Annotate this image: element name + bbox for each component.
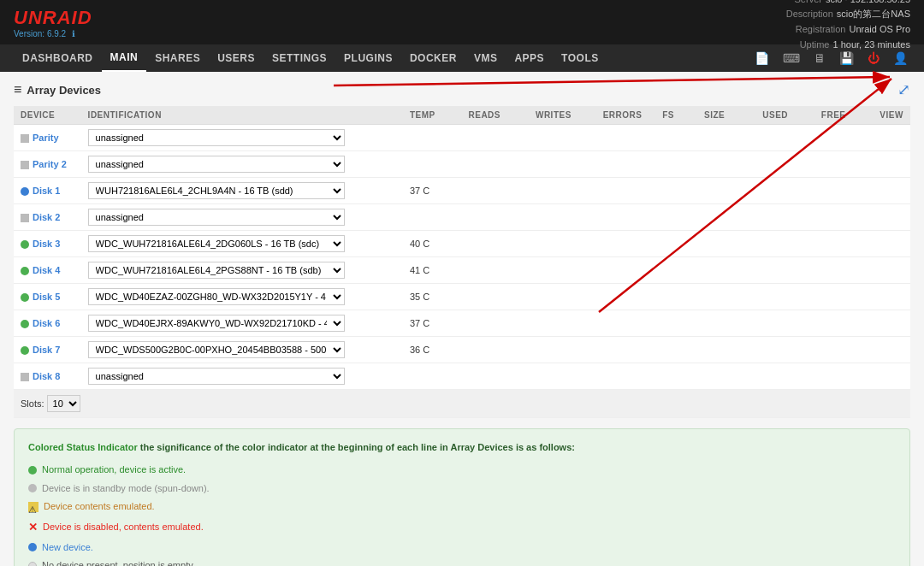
device-link-0[interactable]: Parity [33,133,59,143]
device-used-cell [755,337,814,363]
device-reads-cell [461,151,528,178]
id-select-9[interactable]: unassigned [88,368,345,385]
nav-icon-hdd[interactable]: 💾 [837,51,856,65]
device-errors-cell [596,257,656,284]
id-select-2[interactable]: WUH721816ALE6L4_2CHL9A4N - 16 TB (sdd) [88,182,345,199]
nav-dashboard[interactable]: DASHBOARD [14,44,102,72]
nav-apps[interactable]: APPS [506,44,553,72]
device-fs-cell [655,125,697,151]
status-dot-green [21,267,29,275]
nav-icon-user[interactable]: 👤 [891,51,910,65]
device-temp-cell: 41 C [403,257,462,284]
legend-yellow: ⚠ Device contents emulated. [28,498,896,516]
device-free-cell [814,284,874,310]
id-select-3[interactable]: unassigned [88,209,345,226]
device-used-cell [755,125,814,151]
description-label: Description [786,9,833,19]
device-reads-cell [461,178,528,204]
nav-icon-power[interactable]: ⏻ [865,51,882,65]
device-free-cell [814,337,874,363]
legend-empty-dot [28,562,37,566]
legend-green-dot [28,466,37,475]
nav-icon-terminal[interactable]: ⌨ [780,51,803,65]
logo: UNRAID [14,7,92,29]
legend-empty-text: No device present, position is empty. [42,557,195,566]
device-temp-cell [403,151,462,178]
legend-gray-dot [28,484,37,492]
device-link-5[interactable]: Disk 4 [33,265,60,275]
legend-green: Normal operation, device is active. [28,462,896,479]
device-link-2[interactable]: Disk 1 [33,186,60,196]
version-info-icon[interactable]: ℹ [72,29,75,38]
slots-select[interactable]: 10 8 9 11 12 20 28 [47,395,80,412]
col-header-errors: ERRORS [596,106,656,125]
status-dot-gray [21,373,29,381]
col-header-writes: WRITES [529,106,596,125]
nav-icon-file[interactable]: 📄 [752,51,772,65]
id-select-6[interactable]: WDC_WD40EZAZ-00ZGH80_WD-WX32D2015Y1Y - 4… [88,288,345,305]
device-writes-cell [529,284,596,310]
device-errors-cell [596,363,656,390]
nav-main[interactable]: MAIN [102,44,147,72]
id-select-4[interactable]: WDC_WUH721816ALE6L4_2DG060LS - 16 TB (sd… [88,235,345,252]
device-link-7[interactable]: Disk 6 [33,318,60,328]
device-fs-cell [655,363,697,390]
header: UNRAID Version: 6.9.2 ℹ Serverscio · 192… [0,0,924,44]
content-expand-icon[interactable]: ⤢ [897,80,910,99]
nav-icon-monitor[interactable]: 🖥 [811,51,828,65]
device-name-cell: Disk 5 [14,284,81,310]
device-id-cell: unassigned [81,151,403,178]
server-value: scio · 192.168.50.25 [826,0,910,4]
device-view-cell [873,337,910,363]
table-row: Disk 8 unassigned [14,363,910,390]
device-errors-cell [596,178,656,204]
legend-red: ✕ Device is disabled, contents emulated. [28,517,896,537]
nav-tools[interactable]: TOOLS [553,44,607,72]
nav-shares[interactable]: SHARES [146,44,209,72]
device-errors-cell [596,310,656,337]
legend-green-text: Normal operation, device is active. [42,462,186,479]
device-link-4[interactable]: Disk 3 [33,239,60,249]
legend-empty: No device present, position is empty. [28,557,896,566]
nav-users[interactable]: USERS [209,44,264,72]
device-fs-cell [655,151,697,178]
device-view-cell [873,257,910,284]
id-select-8[interactable]: WDC_WDS500G2B0C-00PXHO_20454BB03588 - 50… [88,341,345,358]
device-view-cell [873,178,910,204]
device-fs-cell [655,337,697,363]
device-link-6[interactable]: Disk 5 [33,292,60,302]
device-link-1[interactable]: Parity 2 [33,159,67,169]
device-used-cell [755,231,814,257]
nav-plugins[interactable]: PLUGINS [335,44,401,72]
id-select-1[interactable]: unassigned [88,156,345,173]
device-writes-cell [529,204,596,231]
device-reads-cell [461,363,528,390]
device-id-cell: unassigned [81,204,403,231]
device-view-cell [873,284,910,310]
table-row: Disk 3 WDC_WUH721816ALE6L4_2DG060LS - 16… [14,231,910,257]
device-reads-cell [461,125,528,151]
id-select-5[interactable]: WDC_WUH721816ALE6L4_2PGS88NT - 16 TB (sd… [88,262,345,279]
table-row: Disk 4 WDC_WUH721816ALE6L4_2PGS88NT - 16… [14,257,910,284]
nav-docker[interactable]: DOCKER [401,44,465,72]
device-fs-cell [655,178,697,204]
nav-settings[interactable]: SETTINGS [264,44,335,72]
device-free-cell [814,310,874,337]
uptime-value: 1 hour, 23 minutes [832,39,910,50]
device-link-8[interactable]: Disk 7 [33,345,60,355]
nav-vms[interactable]: VMS [465,44,506,72]
device-errors-cell [596,125,656,151]
device-temp-cell: 37 C [403,178,462,204]
id-select-0[interactable]: unassigned [88,129,345,146]
device-link-3[interactable]: Disk 2 [33,212,60,222]
device-reads-cell [461,310,528,337]
device-temp-cell: 36 C [403,337,462,363]
id-select-7[interactable]: WDC_WD40EJRX-89AKWY0_WD-WX92D21710KD - 4… [88,315,345,332]
device-view-cell [873,231,910,257]
table-row: Disk 5 WDC_WD40EZAZ-00ZGH80_WD-WX32D2015… [14,284,910,310]
status-dot-green [21,346,29,355]
device-link-9[interactable]: Disk 8 [33,371,60,381]
table-header-row: DEVICE IDENTIFICATION TEMP READS WRITES … [14,106,910,125]
device-writes-cell [529,178,596,204]
server-info: Serverscio · 192.168.50.25 Descriptionsc… [786,0,910,52]
